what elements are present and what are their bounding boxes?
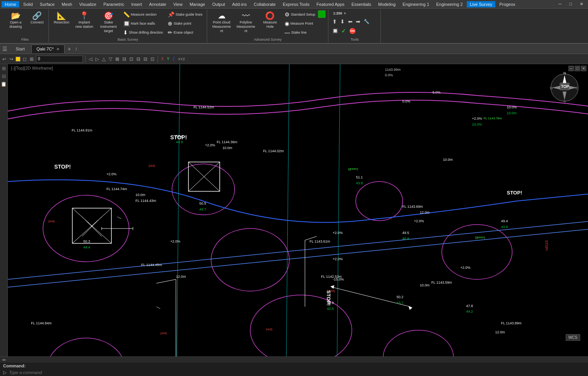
prop-tool-1[interactable]: ◁ — [88, 56, 93, 62]
menu-progeox[interactable]: Progeox — [496, 1, 518, 7]
menu-express-tools[interactable]: Express Tools — [280, 1, 312, 7]
mark-face-icon: 🔲 — [123, 20, 130, 27]
svg-text:W: W — [550, 86, 553, 90]
command-label: Command: — [0, 363, 588, 369]
menu-essentials[interactable]: Essentials — [348, 1, 374, 7]
menu-home[interactable]: Home — [2, 1, 19, 7]
tool-btn-2[interactable]: ⬇ — [339, 17, 346, 26]
prop-tool-7[interactable]: ⊡ — [129, 56, 134, 62]
stake-point-button[interactable]: ⊕ Stake point — [166, 19, 204, 28]
scroll-right[interactable]: ▶ — [4, 358, 6, 362]
layer-input[interactable] — [36, 56, 83, 63]
info-panel-top: 1143.99m 0.0% — [385, 67, 401, 78]
prop-tool-2[interactable]: ▷ — [95, 56, 100, 62]
tab-qaki[interactable]: Qaki 7C* ✕ — [31, 45, 65, 53]
tab-qaki-close[interactable]: ✕ — [56, 47, 59, 51]
prop-undo[interactable]: ↩ — [2, 56, 7, 62]
viewport[interactable]: [-][Top][2D Wireframe] ─ □ ✕ — [8, 64, 588, 356]
menu-surface[interactable]: Surface — [37, 1, 58, 7]
menu-visualize[interactable]: Visualize — [76, 1, 100, 7]
hamburger-icon[interactable]: ☰ — [2, 46, 7, 52]
sidebar-icon-1[interactable]: ⊞ — [2, 66, 6, 71]
tool-btn-check[interactable]: ✓ — [340, 27, 347, 35]
menu-view[interactable]: View — [170, 1, 186, 7]
polyline-measure-button[interactable]: 〰 Polyline Measurement — [234, 10, 258, 34]
prop-icon2[interactable]: ◻ — [22, 56, 27, 62]
menu-engineering-2[interactable]: Engineering 2 — [433, 1, 466, 7]
color-swatch-button[interactable] — [318, 10, 326, 18]
ribbon-col-small: 📏 Measure section 🔲 Mark face walls ⬇ Sh… — [121, 10, 165, 37]
prop-tool-9[interactable]: ⊟ — [143, 56, 148, 62]
prop-tool-5[interactable]: ⊠ — [115, 56, 120, 62]
tool-btn-stop[interactable]: ⛔ — [348, 27, 357, 35]
ribbon-group-advanced: ☁ Point cloud Measurement 〰 Polyline Mea… — [208, 9, 329, 42]
measure-hole-icon: ⭕ — [265, 12, 275, 20]
prop-tool-8[interactable]: ⊟ — [136, 56, 141, 62]
window-restore[interactable]: □ — [566, 1, 575, 7]
menu-manage[interactable]: Manage — [186, 1, 208, 7]
menu-modeling[interactable]: Modeling — [375, 1, 399, 7]
tab-add-button[interactable]: + — [66, 46, 72, 52]
menu-engineering-1[interactable]: Engineering 1 — [400, 1, 432, 7]
sidebar-icon-3[interactable]: 📋 — [1, 81, 7, 87]
tool-btn-3[interactable]: ⬅ — [347, 17, 354, 26]
tool-btn-4[interactable]: ➡ — [355, 17, 362, 26]
open-drawing-button[interactable]: 📂 Open a drawing — [4, 10, 27, 31]
measure-point-button[interactable]: ◉ Measure Point — [283, 19, 317, 28]
stake-guide-button[interactable]: 📌 Stake guide lines — [166, 10, 204, 19]
svg-text:(red): (red) — [160, 331, 167, 335]
prop-redo[interactable]: ↪ — [9, 56, 14, 62]
menu-collaborate[interactable]: Collaborate — [251, 1, 279, 7]
menu-live-survey[interactable]: Live Survey — [467, 1, 495, 7]
advanced-survey-title: Advanced Survey — [254, 37, 282, 41]
svg-line-32 — [117, 217, 121, 219]
prop-tool-10[interactable]: ⊡ — [150, 56, 155, 62]
prop-tool-3[interactable]: △ — [101, 56, 106, 62]
tool-btn-1[interactable]: ⬆ — [331, 17, 338, 26]
prop-icon3[interactable]: ⊞ — [29, 56, 34, 62]
command-input[interactable] — [9, 370, 585, 375]
scale-selector[interactable]: 1:250 ▼ — [331, 10, 348, 16]
stake-instrument-button[interactable]: 🎯 Stake instrument target — [97, 10, 120, 34]
ribbon-group-basic-survey: 📐 Resection 📍 Implant new station 🎯 Stak… — [49, 9, 207, 42]
window-close[interactable]: ✕ — [577, 1, 586, 7]
menu-parametric[interactable]: Parametric — [100, 1, 127, 7]
prop-tool-4[interactable]: ▽ — [108, 56, 113, 62]
implant-station-button[interactable]: 📍 Implant new station — [73, 10, 96, 31]
menu-output[interactable]: Output — [209, 1, 228, 7]
svg-text:(green): (green) — [348, 167, 358, 171]
stake-line-button[interactable]: — Stake line — [283, 28, 317, 37]
erase-object-button[interactable]: ✏ Erase object — [166, 28, 204, 37]
menu-mesh[interactable]: Mesh — [59, 1, 75, 7]
tool-btn-6[interactable]: 🔲 — [331, 27, 339, 35]
sidebar-icon-2[interactable]: ⊟ — [2, 74, 6, 79]
menu-addins[interactable]: Add-ins — [229, 1, 250, 7]
svg-line-25 — [156, 279, 176, 283]
standard-setup-button[interactable]: ⚙ Standard Setup — [283, 10, 317, 19]
connect-button[interactable]: 🔗 Connect — [28, 10, 46, 26]
menu-insert[interactable]: Insert — [128, 1, 145, 7]
tool-btn-5[interactable]: 🔧 — [362, 17, 371, 26]
layer-color-swatch[interactable] — [16, 57, 20, 61]
point-cloud-button[interactable]: ☁ Point cloud Measurement — [210, 10, 233, 34]
open-icon: 📂 — [11, 12, 21, 20]
tab-start[interactable]: Start — [11, 45, 30, 53]
basic-survey-title: Basic Survey — [118, 37, 138, 41]
menu-featured-apps[interactable]: Featured Apps — [314, 1, 348, 7]
svg-text:(green): (green) — [475, 236, 485, 239]
measure-hole-button[interactable]: ⭕ Measure Hole — [258, 10, 282, 31]
resection-button[interactable]: 📐 Resection — [52, 10, 72, 26]
command-input-line: ▷ — [0, 369, 588, 376]
prop-tool-6[interactable]: ⊟ — [122, 56, 127, 62]
window-minimize[interactable]: ─ — [556, 1, 565, 7]
tab-separator: / — [74, 47, 79, 51]
mark-face-walls-button[interactable]: 🔲 Mark face walls — [121, 19, 165, 28]
menu-annotate[interactable]: Annotate — [146, 1, 169, 7]
menu-solid[interactable]: Solid — [20, 1, 36, 7]
prop-coord-x: X — [160, 57, 165, 61]
sep2 — [158, 56, 158, 63]
ribbon-buttons-tools: 1:250 ▼ ⬆ ⬇ ⬅ ➡ 🔧 🔲 ✓ ⛔ — [331, 10, 378, 37]
show-drilling-button[interactable]: ⬇ Show drilling direction — [121, 28, 165, 37]
svg-point-5 — [250, 295, 352, 356]
measure-section-button[interactable]: 📏 Measure section — [121, 10, 165, 19]
